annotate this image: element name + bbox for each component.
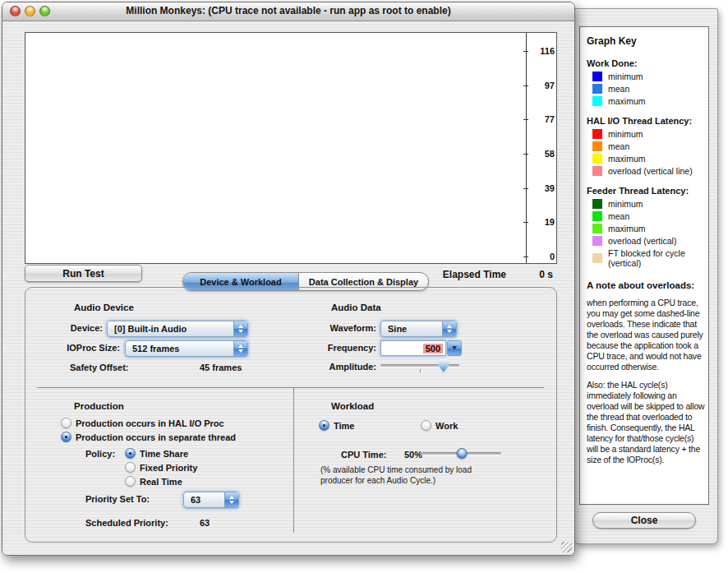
legend-item: mean (592, 141, 705, 151)
legend-swatch (592, 72, 602, 81)
frequency-dropdown-button[interactable] (447, 340, 462, 356)
priority-set-to-label: Priority Set To: (85, 494, 150, 504)
close-button[interactable]: Close (592, 512, 696, 529)
legend-item: FT blocked for cycle (vertical) (592, 248, 705, 268)
popup-arrows-icon (224, 492, 238, 507)
device-workload-pane: Audio Device Device: [0] Built-in Audio … (25, 287, 557, 543)
legend-swatch (592, 141, 602, 151)
resize-grip[interactable] (561, 542, 572, 552)
main-window: Million Monkeys: (CPU trace not availabl… (2, 2, 575, 556)
title-bar[interactable]: Million Monkeys: (CPU trace not availabl… (2, 2, 574, 21)
waveform-select[interactable]: Sine (380, 321, 457, 337)
cpu-time-value: 50% (404, 450, 422, 460)
y-axis-tick: 0 (529, 252, 555, 261)
popup-arrows-icon (233, 321, 247, 336)
waveform-value: Sine (388, 324, 407, 334)
safety-offset-label: Safety Offset: (70, 363, 129, 372)
radio-policy-time-share-label: Time Share (140, 449, 188, 459)
cpu-time-slider-thumb[interactable] (456, 448, 467, 459)
scheduled-priority-label: Scheduled Priority: (85, 518, 168, 528)
legend-item: maximum (592, 96, 705, 106)
legend-item: maximum (592, 224, 705, 233)
radio-production-separate-thread[interactable] (61, 432, 71, 442)
radio-workload-time-label: Time (334, 421, 354, 431)
device-label: Device: (42, 323, 103, 333)
cpu-time-note: (% available CPU time consumed by load p… (320, 465, 505, 486)
window-content: 116 97 77 58 39 19 0 Run Test Device & W… (2, 21, 574, 555)
close-window-icon[interactable] (10, 6, 21, 16)
slider-tick-mark (420, 369, 421, 372)
minimize-window-icon[interactable] (25, 6, 35, 16)
window-controls (10, 6, 50, 16)
priority-select[interactable]: 63 (183, 492, 239, 508)
y-axis-tick: 58 (529, 149, 555, 159)
y-axis-tick: 77 (529, 114, 555, 124)
legend-item: minimum (592, 129, 705, 139)
legend-swatch (592, 84, 602, 94)
y-axis-tick: 39 (529, 183, 555, 193)
priority-value: 63 (191, 495, 200, 505)
radio-production-hal-ioproc[interactable] (61, 418, 71, 428)
radio-workload-work-label: Work (435, 421, 458, 431)
legend-swatch (592, 224, 602, 233)
frequency-label: Frequency: (305, 343, 376, 353)
legend-item: overload (vertical) (592, 236, 705, 246)
radio-policy-real-time[interactable] (125, 476, 136, 487)
zoom-window-icon[interactable] (39, 6, 50, 16)
legend-label: overload (vertical line) (608, 166, 693, 176)
safety-offset-value: 45 frames (200, 363, 242, 372)
legend-item: minimum (592, 199, 705, 209)
radio-workload-time[interactable] (319, 420, 329, 431)
chevron-down-icon (452, 346, 457, 350)
key-section-heading-feeder-latency: Feeder Thread Latency: (587, 186, 705, 196)
legend-item: mean (592, 84, 705, 94)
legend-label: maximum (608, 96, 646, 106)
horizontal-divider (37, 387, 544, 388)
policy-label: Policy: (85, 449, 115, 459)
overloads-note-paragraph: when performing a CPU trace, you may get… (587, 298, 705, 372)
run-test-button[interactable]: Run Test (25, 265, 142, 282)
window-title: Million Monkeys: (CPU trace not availabl… (2, 2, 574, 20)
ioproc-size-select[interactable]: 512 frames (125, 340, 248, 357)
radio-policy-fixed-priority-label: Fixed Priority (140, 463, 197, 473)
audio-device-heading: Audio Device (74, 303, 134, 312)
amplitude-label: Amplitude: (305, 362, 376, 372)
graph-key-drawer: Graph Key Work Done: minimum mean maximu… (574, 8, 718, 544)
cpu-time-slider[interactable] (421, 446, 501, 461)
legend-label: mean (608, 211, 629, 221)
overloads-note-paragraph: Also: the HAL cycle(s) immediately follo… (587, 380, 705, 465)
frequency-input[interactable]: 500 (380, 340, 446, 356)
ioproc-size-label: IOProc Size: (42, 343, 120, 353)
popup-arrows-icon (442, 321, 456, 336)
waveform-label: Waveform: (305, 323, 376, 333)
popup-arrows-icon (233, 341, 247, 356)
legend-item: overload (vertical line) (592, 166, 705, 176)
audio-data-heading: Audio Data (331, 303, 381, 312)
desktop: { "window": { "title": "Million Monkeys:… (0, 0, 728, 573)
legend-swatch (592, 166, 602, 176)
radio-workload-work[interactable] (421, 420, 431, 431)
elapsed-time-label: Elapsed Time (389, 269, 506, 280)
y-axis-tick: 116 (529, 46, 555, 56)
y-axis (526, 33, 527, 263)
radio-production-hal-ioproc-label: Production occurs in HAL I/O Proc (76, 418, 224, 428)
legend-label: minimum (608, 199, 643, 209)
legend-label: maximum (608, 154, 646, 164)
legend-swatch (592, 199, 602, 209)
legend-swatch (592, 236, 602, 246)
radio-policy-fixed-priority[interactable] (125, 462, 136, 473)
radio-policy-time-share[interactable] (125, 448, 136, 459)
amplitude-slider-thumb[interactable] (438, 359, 449, 372)
cpu-time-label: CPU Time: (341, 450, 386, 460)
overloads-note-heading: A note about overloads: (587, 280, 705, 290)
radio-policy-real-time-label: Real Time (140, 477, 182, 487)
legend-swatch (592, 154, 602, 164)
amplitude-slider[interactable] (380, 358, 459, 373)
legend-label: mean (608, 141, 629, 151)
production-heading: Production (74, 401, 124, 411)
device-select[interactable]: [0] Built-in Audio (107, 321, 248, 337)
legend-label: mean (608, 84, 629, 94)
legend-item: maximum (592, 154, 705, 164)
key-section-heading-work-done: Work Done: (587, 58, 705, 68)
legend-swatch (592, 129, 602, 139)
